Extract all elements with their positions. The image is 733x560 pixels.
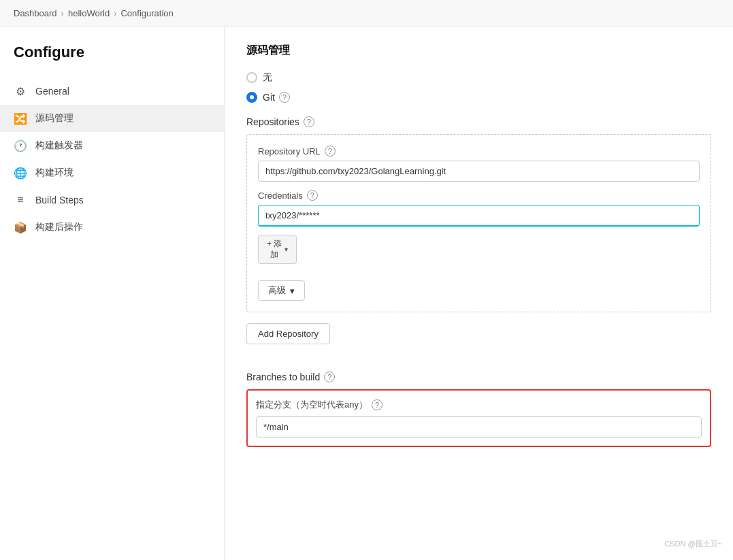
add-repository-button[interactable]: Add Repository xyxy=(246,323,330,344)
repo-url-input[interactable] xyxy=(258,161,700,182)
content-area: 源码管理 无 Git ? Repositories ? Reposito xyxy=(225,27,733,560)
credentials-help-icon[interactable]: ? xyxy=(307,190,318,201)
sidebar-label-post-build: 构建后操作 xyxy=(35,221,83,233)
branch-specifier-label: 指定分支（为空时代表any） ? xyxy=(256,399,702,411)
branches-box: 指定分支（为空时代表any） ? xyxy=(246,389,711,447)
radio-none-option[interactable]: 无 xyxy=(246,71,711,84)
branches-to-build-label: Branches to build ? xyxy=(246,372,711,382)
sidebar-label-trigger: 构建触发器 xyxy=(35,139,83,152)
breadcrumb: Dashboard › helloWorld › Configuration xyxy=(0,0,733,27)
sidebar-item-env[interactable]: 🌐 构建环境 xyxy=(0,159,224,186)
fork-icon: 🔀 xyxy=(14,112,27,125)
breadcrumb-sep-2: › xyxy=(114,8,116,18)
repo-url-help-icon[interactable]: ? xyxy=(325,146,336,157)
breadcrumb-sep-1: › xyxy=(61,8,64,18)
branches-help-icon[interactable]: ? xyxy=(324,372,335,382)
repositories-label: Repositories ? xyxy=(246,116,711,127)
add-credentials-label: + 添加 xyxy=(267,239,282,260)
main-layout: Configure ⚙ General 🔀 源码管理 🕐 构建触发器 🌐 构建环… xyxy=(0,27,733,560)
sidebar-label-env: 构建环境 xyxy=(35,167,74,179)
repositories-help-icon[interactable]: ? xyxy=(304,116,314,127)
credentials-input[interactable] xyxy=(258,205,700,227)
package-icon: 📦 xyxy=(14,220,27,234)
advanced-label: 高级 xyxy=(268,284,286,297)
branch-specifier-input[interactable] xyxy=(256,416,702,438)
sidebar-label-general: General xyxy=(35,86,69,97)
radio-none-circle xyxy=(246,72,257,83)
repo-url-label: Repository URL ? xyxy=(258,146,700,157)
gear-icon: ⚙ xyxy=(14,84,27,98)
watermark: CSDN @囤土豆~ xyxy=(664,539,722,549)
sidebar-item-trigger[interactable]: 🕐 构建触发器 xyxy=(0,132,224,159)
branch-specifier-help-icon[interactable]: ? xyxy=(372,399,382,410)
breadcrumb-dashboard[interactable]: Dashboard xyxy=(14,8,57,18)
advanced-chevron-icon: ▾ xyxy=(290,286,295,296)
globe-icon: 🌐 xyxy=(14,166,27,180)
clock-icon: 🕐 xyxy=(14,139,27,152)
section-title: 源码管理 xyxy=(246,44,711,58)
sidebar-label-source: 源码管理 xyxy=(35,112,74,125)
sidebar-label-build-steps: Build Steps xyxy=(35,195,84,205)
breadcrumb-current: Configuration xyxy=(120,8,173,18)
sidebar-item-general[interactable]: ⚙ General xyxy=(0,78,224,105)
sidebar: Configure ⚙ General 🔀 源码管理 🕐 构建触发器 🌐 构建环… xyxy=(0,27,225,560)
git-help-icon[interactable]: ? xyxy=(279,92,290,103)
advanced-button[interactable]: 高级 ▾ xyxy=(258,280,305,301)
radio-git-option[interactable]: Git ? xyxy=(246,92,711,103)
sidebar-item-build-steps[interactable]: ≡ Build Steps xyxy=(0,186,224,214)
radio-git-circle xyxy=(246,92,257,103)
repository-box: Repository URL ? Credentials ? + 添加 ▾ 高 xyxy=(246,134,711,312)
radio-git-label: Git ? xyxy=(263,92,290,103)
radio-none-label: 无 xyxy=(263,71,272,84)
scm-radio-group: 无 Git ? xyxy=(246,71,711,103)
add-credentials-button[interactable]: + 添加 ▾ xyxy=(258,235,297,264)
sidebar-title: Configure xyxy=(0,44,224,78)
steps-icon: ≡ xyxy=(14,193,27,207)
breadcrumb-helloworld[interactable]: helloWorld xyxy=(68,8,110,18)
credentials-label: Credentials ? xyxy=(258,190,700,201)
sidebar-item-post-build[interactable]: 📦 构建后操作 xyxy=(0,214,224,241)
sidebar-item-source[interactable]: 🔀 源码管理 xyxy=(0,105,224,132)
add-credentials-chevron: ▾ xyxy=(284,246,288,253)
